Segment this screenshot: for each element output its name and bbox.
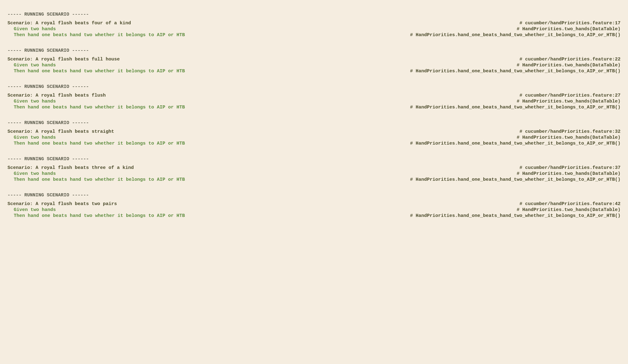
given-line-3: Given two hands# HandPriorities.two_hand… [7, 135, 621, 141]
scenario-separator-3: ----- RUNNING SCENARIO ------ [7, 120, 621, 126]
given-comment-3: # HandPriorities.two_hands(DataTable) [517, 135, 621, 140]
given-text-1: Given two hands [14, 63, 56, 68]
then-line-5: Then hand one beats hand two whether it … [7, 213, 621, 219]
scenario-text-1: Scenario: A royal flush beats full house [7, 57, 120, 62]
then-text-2: Then hand one beats hand two whether it … [14, 105, 185, 110]
scenario-comment-3: # cucumber/handPriorities.feature:32 [519, 129, 621, 134]
scenario-line-4: Scenario: A royal flush beats three of a… [7, 165, 621, 171]
then-comment-4: # HandPriorities.hand_one_beats_hand_two… [410, 177, 621, 182]
then-line-4: Then hand one beats hand two whether it … [7, 177, 621, 183]
then-text-0: Then hand one beats hand two whether it … [14, 32, 185, 38]
scenario-line-0: Scenario: A royal flush beats four of a … [7, 20, 621, 26]
scenario-comment-5: # cucumber/handPriorities.feature:42 [519, 201, 621, 207]
scenario-block-3: Scenario: A royal flush beats straight# … [7, 129, 621, 146]
given-line-4: Given two hands# HandPriorities.two_hand… [7, 171, 621, 177]
scenario-line-5: Scenario: A royal flush beats two pairs#… [7, 201, 621, 207]
given-comment-4: # HandPriorities.two_hands(DataTable) [517, 171, 621, 176]
scenario-block-5: Scenario: A royal flush beats two pairs#… [7, 201, 621, 219]
scenario-text-0: Scenario: A royal flush beats four of a … [7, 21, 131, 26]
terminal-output: ----- RUNNING SCENARIO ------Scenario: A… [7, 12, 621, 223]
scenario-separator-5: ----- RUNNING SCENARIO ------ [7, 193, 621, 198]
given-line-1: Given two hands# HandPriorities.two_hand… [7, 62, 621, 68]
then-text-5: Then hand one beats hand two whether it … [14, 213, 185, 218]
scenario-line-2: Scenario: A royal flush beats flush# cuc… [7, 93, 621, 98]
scenario-text-2: Scenario: A royal flush beats flush [7, 93, 106, 98]
given-text-2: Given two hands [14, 99, 56, 104]
then-text-3: Then hand one beats hand two whether it … [14, 141, 185, 146]
given-line-5: Given two hands# HandPriorities.two_hand… [7, 207, 621, 213]
then-line-0: Then hand one beats hand two whether it … [7, 32, 621, 38]
given-comment-1: # HandPriorities.two_hands(DataTable) [517, 63, 621, 68]
scenario-block-1: Scenario: A royal flush beats full house… [7, 56, 621, 74]
given-comment-2: # HandPriorities.two_hands(DataTable) [517, 99, 621, 104]
then-line-1: Then hand one beats hand two whether it … [7, 68, 621, 74]
scenario-line-3: Scenario: A royal flush beats straight# … [7, 129, 621, 135]
scenario-block-2: Scenario: A royal flush beats flush# cuc… [7, 93, 621, 110]
scenario-separator-1: ----- RUNNING SCENARIO ------ [7, 48, 621, 53]
scenario-text-3: Scenario: A royal flush beats straight [7, 129, 114, 134]
scenario-text-5: Scenario: A royal flush beats two pairs [7, 201, 117, 207]
scenario-block-0: Scenario: A royal flush beats four of a … [7, 20, 621, 38]
scenario-comment-2: # cucumber/handPriorities.feature:27 [519, 93, 621, 98]
given-comment-0: # HandPriorities.two_hands(DataTable) [517, 26, 621, 32]
given-comment-5: # HandPriorities.two_hands(DataTable) [517, 207, 621, 213]
then-text-1: Then hand one beats hand two whether it … [14, 69, 185, 74]
given-text-5: Given two hands [14, 207, 56, 213]
then-text-4: Then hand one beats hand two whether it … [14, 177, 185, 182]
given-text-4: Given two hands [14, 171, 56, 176]
then-line-2: Then hand one beats hand two whether it … [7, 104, 621, 110]
scenario-block-4: Scenario: A royal flush beats three of a… [7, 165, 621, 183]
given-line-2: Given two hands# HandPriorities.two_hand… [7, 98, 621, 104]
then-comment-3: # HandPriorities.hand_one_beats_hand_two… [410, 141, 621, 146]
scenario-separator-2: ----- RUNNING SCENARIO ------ [7, 84, 621, 89]
given-text-0: Given two hands [14, 26, 56, 32]
scenario-line-1: Scenario: A royal flush beats full house… [7, 56, 621, 62]
then-line-3: Then hand one beats hand two whether it … [7, 141, 621, 146]
then-comment-0: # HandPriorities.hand_one_beats_hand_two… [410, 32, 621, 38]
scenario-text-4: Scenario: A royal flush beats three of a… [7, 165, 134, 170]
scenario-separator-0: ----- RUNNING SCENARIO ------ [7, 12, 621, 17]
scenario-comment-0: # cucumber/handPriorities.feature:17 [519, 21, 621, 26]
then-comment-5: # HandPriorities.hand_one_beats_hand_two… [410, 213, 621, 218]
scenario-comment-1: # cucumber/handPriorities.feature:22 [519, 57, 621, 62]
scenario-separator-4: ----- RUNNING SCENARIO ------ [7, 156, 621, 162]
given-line-0: Given two hands# HandPriorities.two_hand… [7, 26, 621, 32]
scenario-comment-4: # cucumber/handPriorities.feature:37 [519, 165, 621, 170]
given-text-3: Given two hands [14, 135, 56, 140]
then-comment-2: # HandPriorities.hand_one_beats_hand_two… [410, 105, 621, 110]
then-comment-1: # HandPriorities.hand_one_beats_hand_two… [410, 69, 621, 74]
